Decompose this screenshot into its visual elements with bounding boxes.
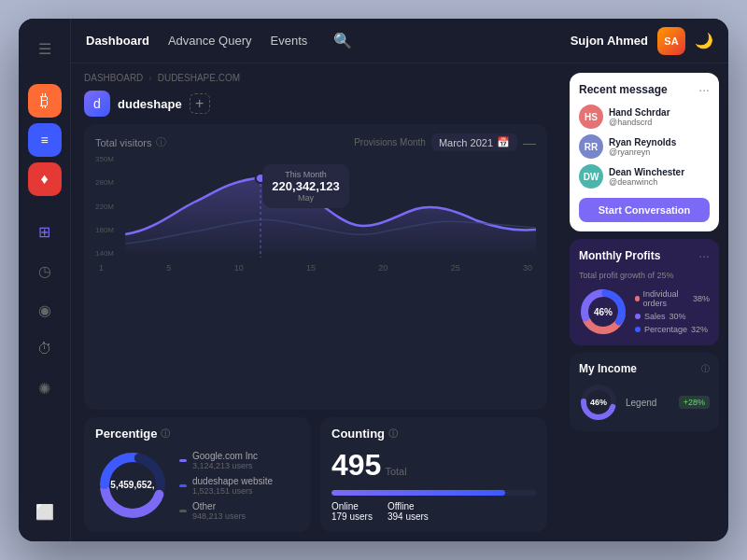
channel-row: d dudeshape + [84, 91, 547, 117]
message-more-icon[interactable]: ··· [698, 82, 710, 97]
msg-handle-0: @handscrd [609, 118, 670, 127]
message-item-1[interactable]: RR Ryan Reynolds @ryanreyn [579, 134, 710, 159]
msg-info-0: Hand Schrdar @handscrd [609, 107, 670, 127]
list-icon[interactable]: ≡ [28, 123, 62, 157]
progress-bg [331, 490, 536, 496]
profits-title: Monthly Profits [579, 249, 660, 262]
sidebar: ☰ ₿ ≡ ♦ ⊞ ◷ ◉ ⏱ ✺ ⬜ [19, 19, 71, 541]
airbnb-icon[interactable]: ♦ [28, 162, 62, 196]
pl-item-0: Individual orders 38% [635, 289, 710, 308]
income-title: My Income [579, 362, 637, 375]
income-legend-label: Legend [626, 398, 671, 408]
panel-header-income: My Income ⓘ [579, 362, 710, 375]
avatar: SA [657, 27, 685, 55]
search-icon[interactable]: 🔍 [333, 32, 352, 49]
calendar-icon: 📅 [497, 136, 510, 148]
main-area: Dashboard Advance Query Events 🔍 Sujon A… [71, 19, 728, 541]
content: DASHBOARD › DUDESHAPE.COM d dudeshape + … [71, 63, 728, 541]
chart-header: Total visitors ⓘ Provisions Month March … [95, 133, 536, 151]
msg-name-2: Dean Winchester [609, 167, 684, 177]
nav-advance-query[interactable]: Advance Query [168, 34, 252, 48]
x-label-5: 5 [166, 263, 171, 273]
donut-chart: 5,459,652, [95, 448, 170, 523]
moon-icon[interactable]: 🌙 [695, 32, 713, 49]
tooltip-sub: May [272, 193, 339, 203]
tooltip-label: This Month [272, 170, 339, 179]
chart-section: Total visitors ⓘ Provisions Month March … [84, 124, 547, 410]
x-label-10: 10 [234, 263, 244, 273]
message-item-0[interactable]: HS Hand Schrdar @handscrd [579, 105, 710, 129]
channel-logo: d [84, 91, 110, 117]
tooltip-value: 220,342,123 [272, 179, 339, 193]
breadcrumb-site[interactable]: DUDESHAPE.COM [158, 73, 240, 83]
msg-info-1: Ryan Reynolds @ryanreyn [609, 137, 676, 157]
legend-item-other: Other 948,213 users [179, 501, 273, 521]
pl-dot-2 [635, 327, 641, 332]
panel-header-messages: Recent message ··· [579, 82, 710, 97]
legend-count-dudeshape: 1,523,151 users [192, 486, 273, 496]
counting-title: Counting ⓘ [331, 427, 536, 441]
month-selector[interactable]: March 2021 📅 [431, 133, 517, 151]
globe-icon[interactable]: ◉ [28, 293, 62, 327]
breadcrumb-dashboard[interactable]: DASHBOARD [84, 73, 143, 83]
hamburger-icon[interactable]: ☰ [28, 32, 62, 65]
counting-info-icon: ⓘ [388, 427, 398, 441]
legend-count-other: 948,213 users [192, 511, 246, 521]
breadcrumb-sep: › [148, 73, 151, 83]
msg-avatar-2: DW [579, 164, 603, 189]
y-label-220m: 220M [95, 203, 114, 211]
chart-title: Total visitors ⓘ [95, 135, 166, 149]
msg-avatar-0: HS [579, 105, 603, 129]
pl-item-2: Percentage 32% [635, 325, 710, 334]
nav-events[interactable]: Events [271, 34, 308, 48]
legend-count-google: 3,124,213 users [192, 461, 258, 470]
msg-name-0: Hand Schrdar [609, 107, 670, 118]
chart-more-icon[interactable]: — [523, 135, 536, 150]
my-income-card: My Income ⓘ 46% Legend +28% [570, 353, 719, 431]
count-number: 495 [331, 448, 381, 483]
profits-center-pct: 46% [594, 307, 613, 317]
legend-item-google: Google.com Inc 3,124,213 users [179, 451, 273, 470]
profits-more-icon[interactable]: ··· [698, 248, 710, 263]
legend-label-other: Other [192, 501, 246, 511]
monthly-profits-card: Monthly Profits ··· Total profit growth … [570, 239, 719, 345]
message-item-2[interactable]: DW Dean Winchester @deanwinch [579, 164, 710, 189]
percentage-card: Percentige ⓘ 5,459, [84, 417, 311, 532]
grid-icon[interactable]: ⊞ [28, 215, 62, 248]
recent-message-title: Recent message [579, 83, 668, 96]
legend-dot-other [179, 510, 187, 512]
bitcoin-icon[interactable]: ₿ [28, 84, 62, 118]
legend-label-dudeshape: dudeshape website [192, 476, 273, 486]
progress-fill [331, 490, 505, 496]
y-label-280m: 280M [95, 178, 114, 187]
x-label-25: 25 [451, 263, 460, 273]
nav-dashboard[interactable]: Dashboard [86, 34, 149, 48]
window-icon[interactable]: ⬜ [28, 495, 62, 528]
start-conversation-button[interactable]: Start Conversation [579, 198, 710, 222]
settings-icon[interactable]: ✺ [28, 371, 62, 405]
profits-legend: Individual orders 38% Sales 30% Percenta… [635, 289, 710, 334]
pl-item-1: Sales 30% [635, 312, 710, 321]
right-panel: Recent message ··· HS Hand Schrdar @hand… [560, 63, 728, 541]
timer-icon[interactable]: ⏱ [28, 332, 62, 366]
pl-dot-1 [635, 314, 641, 319]
msg-handle-1: @ryanreyn [609, 147, 676, 157]
percentage-info-icon: ⓘ [161, 427, 170, 441]
user-name: Sujon Ahmed [571, 34, 648, 48]
counting-card: Counting ⓘ 495 Total [320, 417, 547, 532]
income-badge: +28% [679, 396, 710, 409]
info-icon: ⓘ [156, 135, 166, 149]
income-inner: 46% Legend +28% [579, 383, 710, 422]
count-total-label: Total [385, 466, 406, 477]
pl-dot-0 [635, 296, 640, 301]
add-channel-button[interactable]: + [190, 93, 210, 114]
msg-handle-2: @deanwinch [609, 177, 684, 187]
recent-message-card: Recent message ··· HS Hand Schrdar @hand… [570, 73, 719, 231]
clock-icon[interactable]: ◷ [28, 254, 62, 287]
income-info-icon: ⓘ [701, 363, 710, 375]
panel-header-profits: Monthly Profits ··· [579, 248, 710, 263]
x-axis: 1 5 10 15 20 25 30 [95, 263, 536, 273]
x-label-20: 20 [378, 263, 388, 273]
online-item: Online 179 users [331, 501, 373, 522]
y-label-350m: 350M [95, 155, 114, 163]
